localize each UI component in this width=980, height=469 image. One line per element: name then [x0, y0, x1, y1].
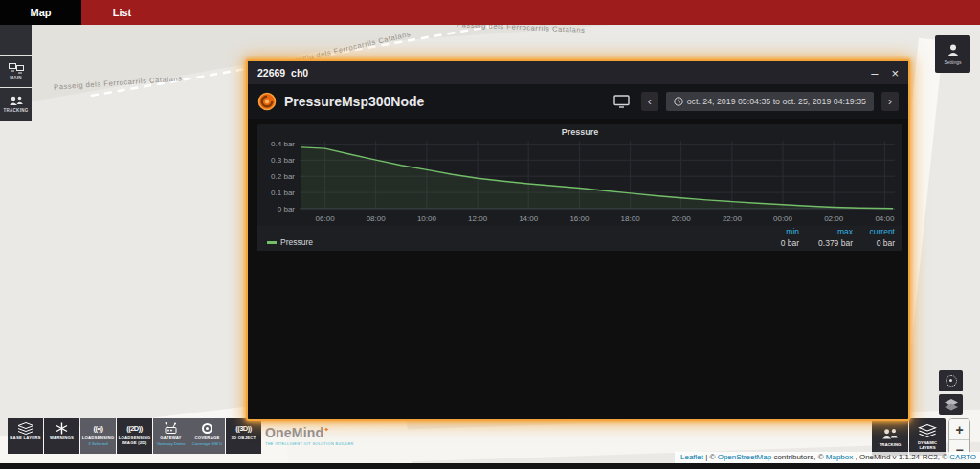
layers-icon — [918, 424, 937, 438]
menu-toggle-button[interactable] — [0, 25, 32, 55]
layers-toggle-button[interactable] — [939, 394, 963, 415]
gateway-button[interactable]: GATEWAY Gateway Demo — [153, 418, 189, 454]
toolbar-label: COVERAGE — [194, 436, 219, 440]
settings-button[interactable]: Settings — [935, 35, 970, 73]
time-range-prev-button[interactable]: ‹ — [641, 92, 658, 111]
3d-object-button[interactable]: ((3D)) 3D OBJECT — [226, 418, 261, 454]
loadsensing-image-2d-button[interactable]: ((2D)) LOADSENSING IMAGE (2D) — [117, 418, 152, 454]
svg-text:06:00: 06:00 — [316, 214, 336, 223]
onemind-tagline: THE INTELLIGENT IOT SOLUTION BUILDER — [265, 442, 354, 446]
zoom-in-button[interactable]: + — [949, 419, 969, 439]
pressure-panel: Pressure 06:0008:0010:0012:0014:0016:001… — [257, 124, 902, 251]
dynamic-layers-button[interactable]: DYNAMIC LAYERS — [909, 418, 946, 456]
monitor-icon — [613, 95, 630, 108]
modal-titlebar[interactable]: 22669_ch0 – × — [248, 61, 908, 84]
toolbar-label: BASE LAYERS — [10, 436, 40, 440]
tab-list[interactable]: List — [81, 0, 163, 25]
svg-text:16:00: 16:00 — [569, 214, 590, 223]
loadsensing-button[interactable]: ((•)) LOADSENSING 3 Selected — [80, 418, 116, 454]
chart-title[interactable]: Pressure — [257, 124, 902, 138]
toolbar-label: LOADSENSING — [82, 436, 115, 440]
sidebar-item-label: MAIN — [10, 76, 22, 80]
donut-icon — [202, 423, 212, 434]
sidebar-item-main[interactable]: MAIN — [0, 56, 32, 87]
base-layers-button[interactable]: BASE LAYERS — [8, 418, 43, 454]
legend-val-current: 0 bar — [853, 238, 895, 248]
bottom-strip — [0, 463, 980, 469]
tab-map[interactable]: Map — [0, 0, 81, 25]
sidebar-item-label: TRACKING — [3, 108, 28, 113]
bottom-toolbar: BASE LAYERS WARNINGS ((•)) LOADSENSING 3… — [8, 418, 261, 454]
grafana-logo-icon — [257, 92, 277, 111]
legend-val-max: 0.379 bar — [799, 238, 853, 248]
svg-text:0.1 bar: 0.1 bar — [271, 189, 295, 197]
fullscreen-button[interactable] — [613, 95, 630, 108]
sidebar-item-tracking[interactable]: TRACKING — [0, 88, 32, 121]
legend-val-min: 0 bar — [749, 238, 799, 248]
svg-text:22:00: 22:00 — [723, 214, 743, 223]
sensor-modal: 22669_ch0 – × PressureMsp300Node ‹ — [246, 59, 910, 421]
svg-text:14:00: 14:00 — [519, 214, 539, 223]
time-range-next-button[interactable]: › — [881, 92, 899, 111]
asterisk-icon — [56, 422, 68, 435]
clock-icon — [674, 97, 683, 106]
warnings-button[interactable]: WARNINGS — [44, 418, 79, 454]
modal-title: 22669_ch0 — [257, 67, 858, 78]
settings-label: Settings — [944, 59, 961, 65]
svg-text:0.2 bar: 0.2 bar — [271, 172, 295, 181]
people-icon — [9, 96, 24, 106]
tracking-button[interactable]: TRACKING — [872, 418, 908, 456]
person-icon — [946, 43, 961, 57]
toolbar-sublabel: Gateway Demo — [157, 441, 186, 446]
svg-text:00:00: 00:00 — [773, 214, 793, 223]
close-icon[interactable]: × — [891, 67, 899, 79]
svg-text:0 bar: 0 bar — [278, 205, 296, 213]
legend-col-current[interactable]: current — [853, 227, 895, 236]
legend-col-max[interactable]: max — [799, 227, 853, 236]
toolbar-sublabel: Coverage GW D — [192, 441, 223, 446]
panel-node-title: PressureMsp300Node — [284, 94, 613, 109]
attribution[interactable]: Leaflet | © OpenStreetMap contributors, … — [675, 452, 980, 463]
toolbar-label: 3D OBJECT — [232, 436, 256, 440]
time-range-text: oct. 24, 2019 05:04:35 to oct. 25, 2019 … — [687, 97, 866, 106]
time-controls: ‹ oct. 24, 2019 05:04:35 to oct. 25, 201… — [613, 92, 899, 111]
toolbar-label: WARNINGS — [50, 436, 74, 440]
coverage-toggle-button[interactable] — [939, 370, 963, 391]
gateway-icon — [164, 422, 178, 435]
app-screen: Passeig dels Ferrocarrils Catalans Passe… — [0, 0, 980, 469]
dynamic-layers-label: DYNAMIC LAYERS — [909, 440, 946, 450]
onemind-logo: OneMind — [265, 425, 323, 440]
antenna-icon: ((•)) — [93, 421, 102, 436]
people-icon — [881, 428, 899, 440]
svg-text:18:00: 18:00 — [621, 214, 641, 223]
legend-series-label: Pressure — [280, 237, 313, 247]
tracking-label: TRACKING — [880, 442, 902, 447]
minimize-button[interactable]: – — [871, 67, 878, 79]
layers-icon — [17, 422, 34, 436]
top-nav-bar: Map List — [0, 0, 980, 25]
toolbar-label: LOADSENSING IMAGE (2D) — [117, 436, 152, 445]
left-sidebar: MAIN TRACKING — [0, 25, 32, 121]
svg-text:08:00: 08:00 — [367, 214, 387, 223]
time-range-picker[interactable]: oct. 24, 2019 05:04:35 to oct. 25, 2019 … — [666, 92, 874, 111]
cube-layers-icon — [944, 399, 959, 412]
toolbar-sublabel: 3 Selected — [88, 441, 107, 446]
svg-text:0.4 bar: 0.4 bar — [271, 140, 295, 148]
onemind-branding: OneMind✦ THE INTELLIGENT IOT SOLUTION BU… — [265, 424, 354, 446]
legend-stats-table: min max current 0 bar 0.379 bar 0 bar — [749, 227, 895, 248]
svg-text:0.3 bar: 0.3 bar — [271, 156, 295, 165]
devices-icon — [9, 63, 24, 74]
legend-col-min[interactable]: min — [749, 227, 799, 236]
dotted-circle-icon — [946, 375, 957, 387]
svg-text:04:00: 04:00 — [875, 214, 895, 223]
legend-series-toggle[interactable]: Pressure — [267, 237, 313, 247]
svg-text:12:00: 12:00 — [468, 214, 488, 223]
pressure-chart[interactable]: 06:0008:0010:0012:0014:0016:0018:0020:00… — [257, 138, 902, 226]
series-color-swatch — [267, 241, 277, 244]
antenna-2d-icon: ((2D)) — [126, 421, 143, 436]
antenna-3d-icon: ((3D)) — [235, 421, 252, 436]
svg-text:10:00: 10:00 — [417, 214, 437, 223]
svg-text:02:00: 02:00 — [824, 214, 844, 223]
coverage-button[interactable]: COVERAGE Coverage GW D — [189, 418, 225, 454]
grafana-header: PressureMsp300Node ‹ oct. 24, 2019 05:04… — [248, 84, 908, 119]
